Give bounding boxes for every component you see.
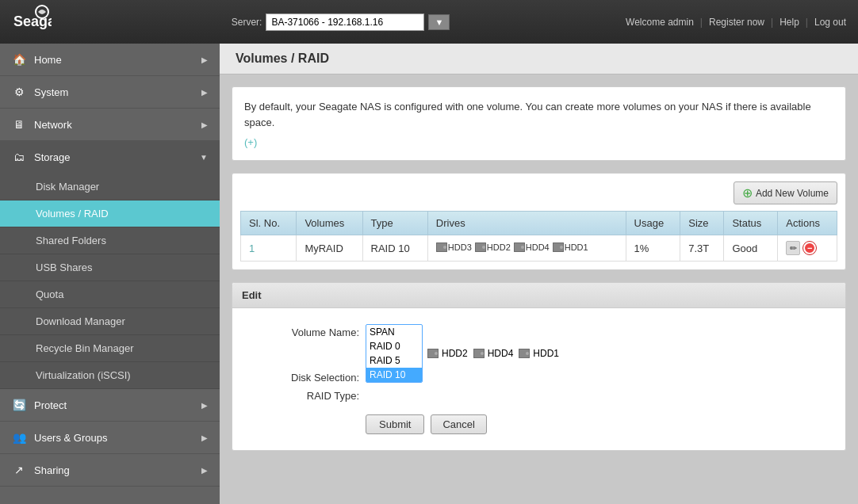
sidebar-item-protect[interactable]: 🔄 Protect ▶	[0, 389, 220, 422]
cell-usage: 1%	[626, 235, 680, 262]
hdd-svg	[473, 349, 485, 358]
cell-actions: ✏ −	[778, 235, 837, 262]
col-usage: Usage	[626, 212, 680, 235]
sidebar-subitem-label: Virtualization (iSCSI)	[36, 369, 131, 381]
volumes-table: Sl. No. Volumes Type Drives Usage Size S…	[240, 211, 837, 262]
sidebar-item-system[interactable]: ⚙ System ▶	[0, 76, 220, 109]
content-area: By default, your Seagate NAS is configur…	[220, 74, 858, 463]
sidebar-item-label: Sharing	[34, 464, 70, 476]
edit-button[interactable]: ✏	[786, 241, 800, 255]
sidebar-subitem-label: Volumes / RAID	[36, 208, 109, 220]
hdd-svg	[436, 242, 447, 252]
action-icons: ✏ −	[786, 241, 829, 255]
table-header-row: Sl. No. Volumes Type Drives Usage Size S…	[241, 212, 837, 235]
chevron-right-icon: ▶	[201, 88, 208, 97]
help-link[interactable]: Help	[779, 17, 799, 28]
hdd4-icon: HDD4	[514, 242, 550, 252]
sidebar-item-users-groups[interactable]: 👥 Users & Groups ▶	[0, 422, 220, 454]
cell-status: Good	[724, 235, 778, 262]
sidebar-item-label: Home	[34, 54, 62, 66]
users-icon: 👥	[12, 430, 26, 445]
cell-volume: MyRAID	[297, 235, 362, 262]
sidebar-subitem-label: USB Shares	[36, 262, 93, 273]
sidebar-item-recycle-bin[interactable]: Recycle Bin Manager	[0, 335, 220, 362]
cell-sl-no: 1	[241, 235, 297, 262]
sidebar-item-shared-folders[interactable]: Shared Folders	[0, 227, 220, 254]
hdd1-icon: HDD1	[553, 242, 588, 252]
add-volume-label: Add New Volume	[756, 188, 829, 199]
sidebar-item-download-manager[interactable]: Download Manager	[0, 308, 220, 335]
add-new-volume-button[interactable]: ⊕ Add New Volume	[734, 181, 837, 204]
sidebar-item-label: System	[34, 86, 68, 98]
sidebar-item-network[interactable]: 🖥 Network ▶	[0, 109, 220, 141]
storage-icon: 🗂	[12, 150, 26, 164]
chevron-right-icon: ▶	[201, 466, 208, 475]
sidebar-item-quota[interactable]: Quota	[0, 281, 220, 308]
server-dropdown-button[interactable]: ▼	[428, 14, 450, 30]
col-size: Size	[680, 212, 724, 235]
sidebar-item-volumes-raid[interactable]: Volumes / RAID	[0, 200, 220, 227]
svg-text:Seagate: Seagate	[13, 13, 52, 29]
server-bar: Server: ▼	[232, 13, 450, 31]
sidebar-item-home[interactable]: 🏠 Home ▶	[0, 44, 220, 76]
plus-icon: ⊕	[742, 185, 753, 200]
edit-title: Edit	[242, 289, 262, 301]
svg-point-11	[435, 352, 438, 355]
home-icon: 🏠	[12, 52, 26, 67]
table-row: 1 MyRAID RAID 10 HDD3	[241, 235, 837, 262]
page-title: Volumes / RAID	[236, 52, 842, 66]
hdd-svg	[475, 242, 486, 252]
sharing-icon: ↗	[12, 463, 26, 477]
sidebar-subitem-label: Quota	[36, 288, 63, 300]
page-header: Volumes / RAID	[220, 44, 858, 74]
delete-button[interactable]: −	[803, 242, 816, 254]
info-box: By default, your Seagate NAS is configur…	[232, 86, 846, 161]
sidebar-item-storage[interactable]: 🗂 Storage ▼	[0, 141, 220, 174]
sidebar-item-sharing[interactable]: ↗ Sharing ▶	[0, 454, 220, 487]
raid-type: RAID 10	[371, 242, 410, 254]
chevron-right-icon: ▶	[201, 120, 208, 129]
protect-icon: 🔄	[12, 398, 26, 412]
sidebar-subitem-label: Download Manager	[36, 315, 125, 327]
col-type: Type	[362, 212, 427, 235]
sidebar-item-label: Network	[34, 119, 72, 131]
header: Seagate Server: ▼ Welcome admin | Regist…	[0, 0, 858, 44]
hdd3-icon: HDD3	[436, 242, 472, 252]
sidebar-item-label: Storage	[34, 151, 71, 163]
seagate-logo-icon: Seagate	[12, 4, 52, 40]
network-icon: 🖥	[12, 117, 26, 132]
sidebar: 🏠 Home ▶ ⚙ System ▶ 🖥 Network ▶ 🗂 St	[0, 44, 220, 504]
server-input[interactable]	[266, 13, 424, 31]
svg-point-5	[482, 246, 485, 249]
info-link[interactable]: (+)	[244, 136, 833, 148]
edit-header: Edit	[232, 283, 845, 308]
system-icon: ⚙	[12, 85, 26, 99]
welcome-text: Welcome admin	[626, 17, 694, 28]
hdd-svg	[519, 349, 530, 358]
col-volumes: Volumes	[297, 212, 362, 235]
cell-size: 7.3T	[680, 235, 724, 262]
drive-icons: HDD3 HDD2 HDD4 HDD1	[436, 242, 588, 252]
logout-link[interactable]: Log out	[814, 17, 846, 28]
submit-button[interactable]: Submit	[366, 414, 424, 434]
volumes-table-section: ⊕ Add New Volume Sl. No. Volumes Type Dr…	[232, 173, 846, 270]
row-link[interactable]: 1	[249, 242, 255, 254]
chevron-right-icon: ▶	[201, 401, 208, 410]
col-drives: Drives	[427, 212, 626, 235]
info-text: By default, your Seagate NAS is configur…	[244, 99, 833, 130]
sidebar-subitem-label: Recycle Bin Manager	[36, 342, 134, 354]
chevron-right-icon: ▶	[201, 55, 208, 64]
col-status: Status	[724, 212, 778, 235]
sidebar-item-usb-shares[interactable]: USB Shares	[0, 254, 220, 281]
sidebar-subitem-label: Shared Folders	[36, 235, 106, 246]
sidebar-subitem-label: Disk Manager	[36, 181, 99, 193]
cancel-button[interactable]: Cancel	[431, 414, 486, 434]
sidebar-item-disk-manager[interactable]: Disk Manager	[0, 174, 220, 200]
sidebar-item-virtualization[interactable]: Virtualization (iSCSI)	[0, 362, 220, 389]
register-link[interactable]: Register now	[709, 17, 764, 28]
edit-section: Edit Volume Name: SPAN RAID 0 RAID 5 RAI…	[232, 282, 846, 451]
sidebar-item-label: Protect	[34, 399, 67, 411]
svg-point-13	[481, 352, 484, 355]
hdd-svg	[553, 242, 564, 252]
hdd-svg	[427, 349, 439, 358]
